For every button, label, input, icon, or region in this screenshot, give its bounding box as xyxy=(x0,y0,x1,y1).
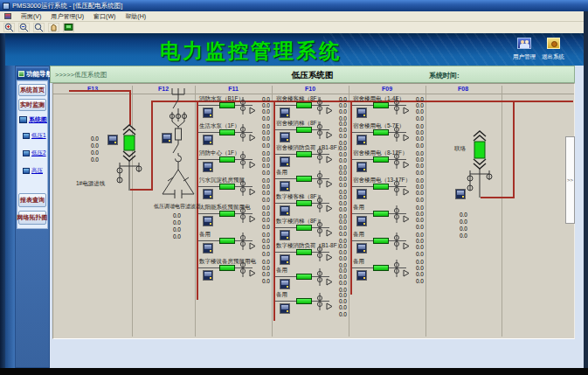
tree-node-highvoltage[interactable]: 高压 xyxy=(23,167,43,175)
sidebar-panel: 系统首页 实时监测 系统图 低压1 低压2 高压 报表查询 网络拓扑图 xyxy=(17,80,48,229)
power-meter-icon[interactable] xyxy=(203,216,213,226)
user-management-button[interactable]: 用户管理 xyxy=(509,37,539,61)
breaker-indicator[interactable] xyxy=(373,238,389,244)
feeder-label: 备用 xyxy=(199,231,211,239)
feeder-unit: 数字楼消防负荷（B1-8F）0.00.00.00.0 xyxy=(275,242,349,267)
breaker-indicator[interactable] xyxy=(219,156,235,163)
feeder-unit: 宿舍楼用电（8-12F）0.00.00.00.0 xyxy=(352,149,425,177)
child-window-icon[interactable] xyxy=(4,13,11,19)
exit-icon xyxy=(547,38,560,49)
power-meter-icon[interactable] xyxy=(203,135,213,145)
power-meter-icon[interactable] xyxy=(280,279,290,289)
menu-window[interactable]: 窗口(W) xyxy=(93,12,115,21)
breaker-indicator[interactable] xyxy=(373,211,389,217)
breaker-indicator[interactable] xyxy=(296,102,312,108)
feeder-label: 备用 xyxy=(353,231,364,239)
diagram-header-bar: >>>>>低压系统图 低压系统图 系统时间: xyxy=(50,66,575,83)
tie-label: 联络 xyxy=(443,145,466,153)
sidebar-report-button[interactable]: 报表查询 xyxy=(18,193,46,207)
power-meter-icon[interactable] xyxy=(280,303,290,314)
breaker-indicator[interactable] xyxy=(219,129,235,135)
breaker-indicator[interactable] xyxy=(219,265,235,271)
column-separator xyxy=(425,86,426,337)
feeder-values: 0.00.00.00.0 xyxy=(408,150,424,176)
power-meter-icon[interactable] xyxy=(162,133,172,143)
menu-user-management[interactable]: 用户管理(U) xyxy=(51,12,84,21)
breaker-indicator[interactable] xyxy=(373,265,389,271)
breaker-indicator[interactable] xyxy=(296,274,312,280)
breaker-indicator[interactable] xyxy=(219,102,235,108)
power-meter-icon[interactable] xyxy=(280,108,290,118)
feeder-values: 0.00.00.00.0 xyxy=(408,177,424,203)
power-meter-icon[interactable] xyxy=(280,254,290,265)
feeder-values: 0.00.00.00.0 xyxy=(331,243,347,268)
window-right-edge xyxy=(584,11,588,375)
feeder-values: 0.00.00.00.0 xyxy=(254,177,270,203)
nav-icon xyxy=(18,71,24,77)
menu-view[interactable]: 画面(V) xyxy=(21,12,41,21)
switch-icon xyxy=(315,293,325,314)
column-header: F11 xyxy=(216,86,251,92)
feeder-label: 备用 xyxy=(276,169,287,177)
window-left-edge xyxy=(0,33,5,368)
tie-breaker-symbol[interactable] xyxy=(460,129,499,199)
power-meter-icon[interactable] xyxy=(280,156,290,167)
power-meter-icon[interactable] xyxy=(203,243,213,253)
tree-node-system-diagram[interactable]: 系统图 xyxy=(19,115,47,124)
exit-system-button[interactable]: 退出系统 xyxy=(538,37,568,61)
fullscreen-icon[interactable] xyxy=(63,23,74,32)
tree-node-lowvoltage2[interactable]: 低压2 xyxy=(23,149,46,157)
tree-node-lowvoltage1[interactable]: 低压1 xyxy=(23,132,46,140)
sidebar-monitor-header[interactable]: 实时监测 xyxy=(18,99,46,111)
toolbar xyxy=(0,22,588,33)
breaker-indicator[interactable] xyxy=(373,102,389,108)
breaker-indicator[interactable] xyxy=(296,127,312,133)
breaker-indicator[interactable] xyxy=(296,176,312,182)
breaker-indicator[interactable] xyxy=(219,184,235,190)
bus-line xyxy=(69,90,131,92)
power-meter-icon[interactable] xyxy=(203,189,213,199)
zoom-reset-icon[interactable] xyxy=(33,23,45,32)
breaker-indicator[interactable] xyxy=(373,129,389,135)
sidebar-home-button[interactable]: 系统首页 xyxy=(18,84,46,96)
power-meter-icon[interactable] xyxy=(280,132,290,142)
power-meter-icon[interactable] xyxy=(356,216,367,226)
power-meter-icon[interactable] xyxy=(356,189,367,199)
breaker-indicator[interactable] xyxy=(219,211,235,217)
power-meter-icon[interactable] xyxy=(356,243,367,253)
power-meter-icon[interactable] xyxy=(107,135,118,145)
monitor-icon xyxy=(23,133,30,139)
switch-icon xyxy=(238,151,248,172)
feeder-values: 0.00.00.00.0 xyxy=(331,267,347,293)
breaker-indicator[interactable] xyxy=(296,200,312,206)
breaker-indicator[interactable] xyxy=(296,249,312,255)
power-meter-icon[interactable] xyxy=(455,189,466,199)
power-meter-icon[interactable] xyxy=(356,270,367,281)
feeder-unit: 数字楼客梯（8F）0.00.00.00.0 xyxy=(275,193,349,218)
switch-icon xyxy=(238,260,248,281)
scroll-strip[interactable]: >> xyxy=(565,136,575,224)
menu-help[interactable]: 帮助(H) xyxy=(125,12,146,21)
incoming-breaker-symbol[interactable] xyxy=(111,122,149,192)
breaker-indicator[interactable] xyxy=(296,225,312,231)
breaker-indicator[interactable] xyxy=(219,238,235,244)
breaker-indicator[interactable] xyxy=(296,151,312,157)
power-meter-icon[interactable] xyxy=(356,108,367,118)
power-meter-icon[interactable] xyxy=(356,162,367,172)
power-meter-icon[interactable] xyxy=(203,162,213,172)
sidebar-topology-button[interactable]: 网络拓扑图 xyxy=(18,211,46,225)
power-meter-icon[interactable] xyxy=(280,230,290,240)
pan-icon[interactable] xyxy=(48,23,59,32)
zoom-out-icon[interactable] xyxy=(18,23,30,32)
capacitor-filter-symbol[interactable] xyxy=(155,87,204,214)
breaker-indicator[interactable] xyxy=(373,156,389,163)
power-meter-icon[interactable] xyxy=(203,108,213,118)
power-meter-icon[interactable] xyxy=(203,270,213,281)
zoom-in-icon[interactable] xyxy=(3,23,15,32)
breaker-indicator[interactable] xyxy=(373,184,389,190)
power-meter-icon[interactable] xyxy=(280,205,290,216)
breaker-indicator[interactable] xyxy=(296,298,312,304)
power-meter-icon[interactable] xyxy=(280,181,290,191)
power-meter-icon[interactable] xyxy=(356,135,367,145)
switch-icon xyxy=(391,260,402,281)
